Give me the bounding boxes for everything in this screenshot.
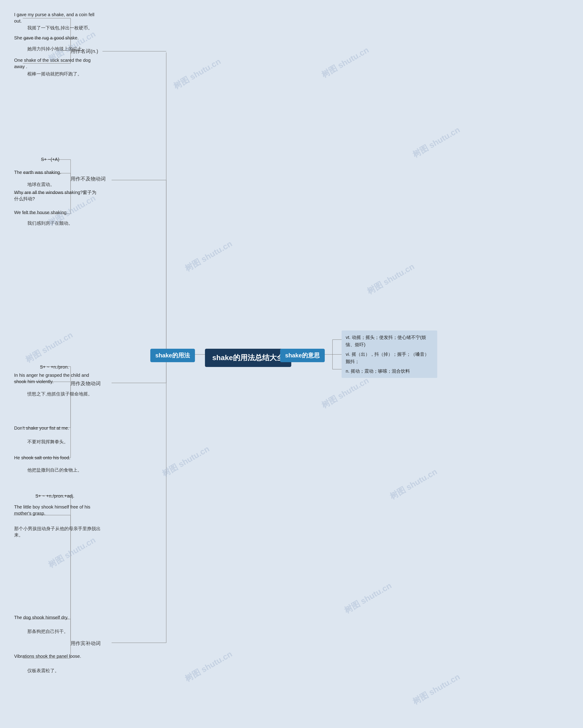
compl-item1-zh: 那个小男孩扭动身子从他的母亲手里挣脱出来。 — [14, 525, 101, 538]
watermark-11: 树图 shutu.cn — [388, 466, 439, 502]
trans-item2-zh: 不要对我挥舞拳头。 — [27, 439, 68, 445]
vi-text: vi. 摇（出），抖（掉）；握手；（嗓音）颤抖； — [346, 350, 433, 365]
watermark-2: 树图 shutu.cn — [171, 56, 223, 92]
trans-item3-zh: 他把盐撒到自己的食物上。 — [27, 467, 82, 473]
compl-item2-zh: 那条狗把自己抖干。 — [27, 628, 68, 634]
central-node: shake的用法总结大全 — [205, 349, 291, 367]
left-branch-node: shake的用法 — [150, 349, 195, 362]
watermark-7: 树图 shutu.cn — [365, 261, 416, 297]
noun-item2-zh: 她用力抖掉小地毯上的尘土。 — [27, 46, 86, 52]
trans-item1-zh: 愤怒之下,他抓住孩子狠命地摇。 — [27, 391, 92, 397]
noun-item3-zh: 棍棒一摇动就把狗吓跑了。 — [27, 71, 82, 77]
intrans-item3-en: We felt the house shaking. — [14, 209, 67, 216]
watermark-9: 树图 shutu.cn — [320, 375, 371, 411]
intrans-item3-zh: 我们感到房子在颤动。 — [27, 220, 73, 226]
noun-item1-zh: 我摇了一下钱包,掉出一枚硬币。 — [27, 25, 92, 31]
noun-item3-en: One shake of the stick scared the dog aw… — [14, 57, 101, 70]
watermark-15: 树图 shutu.cn — [411, 671, 462, 707]
watermark-6: 树图 shutu.cn — [183, 238, 234, 274]
category-intrans: 用作不及物动词 — [71, 176, 106, 182]
mind-map: 树图 shutu.cn 树图 shutu.cn 树图 shutu.cn 树图 s… — [0, 0, 583, 728]
trans-item2-en: Don't shake your fist at me. — [14, 425, 69, 431]
compl-item3-en: Vibrations shook the panel loose. — [14, 653, 81, 659]
watermark-10: 树图 shutu.cn — [160, 443, 211, 479]
intrans-pattern: S+ ~(+A) — [41, 156, 59, 162]
watermark-8: 树图 shutu.cn — [24, 329, 75, 365]
compl-item1-en: The little boy shook himself free of his… — [14, 504, 101, 517]
watermark-4: 树图 shutu.cn — [411, 124, 462, 160]
noun-item2-en: She gave the rug a good shake. — [14, 35, 79, 41]
compl-pattern: S+ ~ +n./pron.+adj. — [35, 493, 74, 499]
intrans-item1-zh: 地球在震动。 — [27, 181, 55, 188]
watermark-3: 树图 shutu.cn — [320, 45, 371, 80]
watermark-13: 树图 shutu.cn — [342, 580, 393, 616]
connector-lines — [0, 0, 583, 728]
watermark-12: 树图 shutu.cn — [46, 535, 98, 571]
noun-item1-en: I gave my purse a shake, and a coin fell… — [14, 11, 101, 24]
right-content-box: vt. 动摇；摇头；使发抖；使心绪不宁(烦恼、烦吓) vi. 摇（出），抖（掉）… — [342, 331, 437, 378]
intrans-item1-en: The earth was shaking. — [14, 169, 61, 176]
intrans-item2-en: Why are all the windows shaking?窗子为什么抖动? — [14, 189, 101, 202]
compl-item2-en: The dog shook himself dry. — [14, 614, 68, 621]
trans-pattern: S+ ~ +n./pron. — [40, 364, 69, 370]
compl-item3-zh: 仪板表震松了。 — [27, 667, 59, 674]
category-compl: 用作宾补动词 — [71, 640, 101, 647]
trans-item3-en: He shook salt onto his food. — [14, 454, 71, 461]
n-text: n. 摇动；震动；哆嗦；混合饮料 — [346, 367, 433, 375]
right-branch-node: shake的意思 — [280, 349, 325, 362]
watermark-14: 树图 shutu.cn — [183, 648, 234, 684]
vt-text: vt. 动摇；摇头；使发抖；使心绪不宁(烦恼、烦吓) — [346, 334, 433, 348]
trans-item1-en: In his anger he grasped the child and sh… — [14, 372, 101, 385]
